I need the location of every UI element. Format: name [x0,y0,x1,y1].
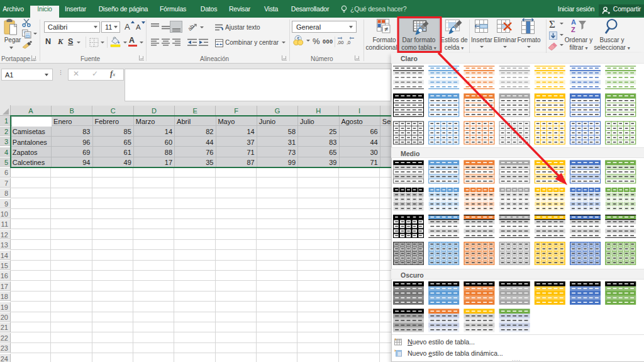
svg-text:,0: ,0 [347,40,350,45]
svg-text:A: A [571,18,576,26]
svg-text:Z: Z [571,26,575,33]
svg-text:,00: ,00 [337,40,343,45]
svg-text:≠: ≠ [384,25,388,33]
